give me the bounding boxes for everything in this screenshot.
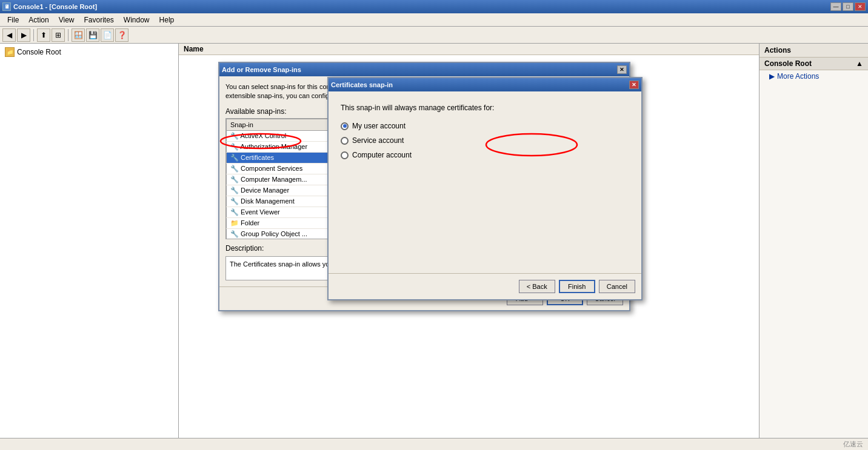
tree-item-label: Console Root: [17, 48, 61, 56]
window-controls: — □ ✕: [830, 2, 866, 11]
tree-panel: 📁 Console Root: [0, 44, 179, 438]
minimize-button[interactable]: —: [830, 2, 841, 11]
back-button-cert[interactable]: < Back: [519, 280, 555, 293]
status-bar: 亿速云: [0, 438, 868, 450]
more-actions-item[interactable]: ▶ More Actions: [760, 70, 868, 82]
radio-service-label: Service account: [352, 136, 404, 145]
center-column-header: Name: [179, 44, 759, 55]
snapin-dialog-titlebar: Add or Remove Snap-ins ✕: [219, 63, 629, 76]
show-hide-button[interactable]: ⊞: [52, 28, 65, 42]
cert-dialog-body: This snap-in will always manage certific…: [329, 91, 641, 273]
console-root-section: Console Root ▲: [760, 58, 868, 70]
console-root-label: Console Root: [764, 59, 812, 68]
collapse-icon[interactable]: ▲: [856, 59, 863, 68]
menu-favorites[interactable]: Favorites: [79, 15, 119, 25]
actions-panel: Actions Console Root ▲ ▶ More Actions: [759, 44, 868, 438]
app-icon: 🖥: [2, 2, 11, 11]
menu-view[interactable]: View: [54, 15, 79, 25]
snapin-dialog-title: Add or Remove Snap-ins: [222, 66, 301, 73]
radio-computer-account[interactable]: [341, 151, 349, 159]
radio-user-account[interactable]: [341, 122, 349, 130]
actions-title: Actions: [760, 44, 868, 58]
radio-user-label: My user account: [352, 122, 406, 130]
window-title: Console1 - [Console Root]: [13, 3, 97, 10]
radio-service-account[interactable]: [341, 137, 349, 145]
save-button[interactable]: 💾: [86, 28, 99, 42]
menu-help[interactable]: Help: [155, 15, 179, 25]
tree-item-console-root[interactable]: 📁 Console Root: [2, 46, 176, 58]
cert-question: This snap-in will always manage certific…: [341, 104, 629, 112]
back-button[interactable]: ◀: [2, 28, 16, 42]
close-button[interactable]: ✕: [855, 2, 866, 11]
cert-dialog-footer: < Back Finish Cancel: [329, 273, 641, 299]
more-actions-arrow: ▶: [769, 72, 775, 81]
menu-action[interactable]: Action: [24, 15, 53, 25]
cert-dialog-title: Certificates snap-in: [331, 81, 393, 88]
center-panel: Name There are no items to show in this …: [179, 44, 759, 438]
radio-option-computer[interactable]: Computer account: [341, 151, 629, 159]
radio-option-service[interactable]: Service account: [341, 136, 629, 145]
console-root-icon: 📁: [5, 47, 15, 57]
cert-dialog-close[interactable]: ✕: [629, 81, 639, 89]
snapin-dialog-close[interactable]: ✕: [617, 65, 627, 74]
main-layout: 📁 Console Root Name There are no items t…: [0, 44, 868, 438]
cancel-button-cert[interactable]: Cancel: [599, 280, 635, 293]
radio-computer-label: Computer account: [352, 151, 412, 159]
menu-window[interactable]: Window: [119, 15, 155, 25]
help-button[interactable]: ❓: [115, 28, 129, 42]
toolbar: ◀ ▶ ⬆ ⊞ 🪟 💾 📄 ❓: [0, 27, 868, 44]
menu-file[interactable]: File: [2, 15, 24, 25]
toolbar-separator-2: [68, 29, 68, 41]
cert-dialog: Certificates snap-in ✕ This snap-in will…: [327, 77, 643, 300]
menu-bar: File Action View Favorites Window Help: [0, 13, 868, 27]
title-bar: 🖥 Console1 - [Console Root] — □ ✕: [0, 0, 868, 13]
radio-option-user[interactable]: My user account: [341, 122, 629, 130]
more-actions-label: More Actions: [777, 72, 819, 81]
up-button[interactable]: ⬆: [37, 28, 50, 42]
cert-dialog-titlebar: Certificates snap-in ✕: [329, 78, 641, 91]
forward-button[interactable]: ▶: [17, 28, 30, 42]
brand-label: 亿速云: [843, 440, 863, 449]
properties-button[interactable]: 📄: [101, 28, 114, 42]
toolbar-separator-1: [33, 29, 34, 41]
new-window-button[interactable]: 🪟: [72, 28, 85, 42]
finish-button[interactable]: Finish: [559, 280, 595, 293]
maximize-button[interactable]: □: [843, 2, 853, 11]
